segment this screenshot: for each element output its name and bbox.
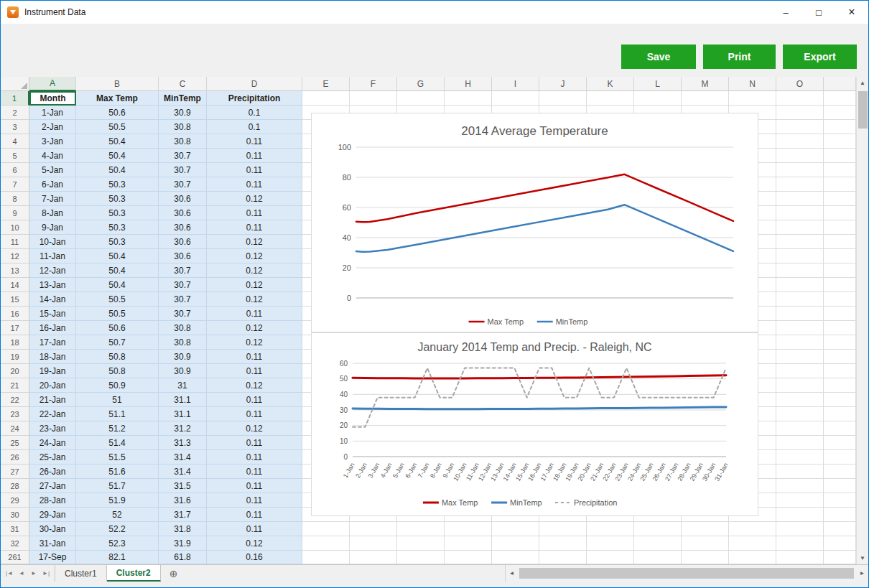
scroll-down-icon[interactable]: ▼: [857, 552, 868, 564]
cell[interactable]: 0.12: [207, 536, 302, 551]
cell[interactable]: 30.6: [159, 235, 207, 249]
row-header-261[interactable]: 261: [1, 551, 29, 564]
cell[interactable]: 0.11: [207, 220, 302, 235]
cell[interactable]: 50.6: [76, 106, 159, 120]
cell[interactable]: 50.4: [76, 149, 159, 163]
cell[interactable]: 19-Jan: [29, 364, 76, 378]
column-header-b[interactable]: B: [76, 77, 159, 91]
row-header-5[interactable]: 5: [1, 149, 29, 163]
cell[interactable]: 82.1: [76, 551, 159, 564]
cell[interactable]: [729, 91, 776, 106]
cell[interactable]: 9-Jan: [29, 220, 76, 235]
cell[interactable]: [776, 378, 824, 393]
cell[interactable]: [776, 149, 824, 163]
cell[interactable]: [397, 91, 445, 106]
cell[interactable]: 50.3: [76, 235, 159, 249]
cell[interactable]: 0.12: [207, 249, 302, 263]
cell[interactable]: 31.1: [159, 407, 207, 421]
cell[interactable]: [350, 522, 397, 536]
row-header-7[interactable]: 7: [1, 177, 29, 192]
cell[interactable]: 0.1: [207, 120, 302, 134]
cell[interactable]: 0.12: [207, 321, 302, 335]
cell[interactable]: 30.6: [159, 206, 207, 220]
cell[interactable]: 51.1: [76, 407, 159, 421]
cell[interactable]: 30.7: [159, 177, 207, 192]
cell[interactable]: [682, 551, 729, 564]
cell[interactable]: [776, 364, 824, 378]
cell[interactable]: 30.8: [159, 134, 207, 149]
horizontal-scrollbar[interactable]: ◄ ►: [505, 565, 868, 582]
row-header-10[interactable]: 10: [1, 220, 29, 235]
column-header-o[interactable]: O: [776, 77, 824, 91]
cell[interactable]: 50.4: [76, 263, 159, 278]
cell[interactable]: [587, 536, 634, 551]
scroll-up-icon[interactable]: ▲: [857, 77, 868, 89]
cell[interactable]: 0.11: [207, 206, 302, 220]
column-header-e[interactable]: E: [302, 77, 350, 91]
cell[interactable]: 22-Jan: [29, 407, 76, 421]
cell[interactable]: [587, 91, 634, 106]
cell[interactable]: 0.11: [207, 163, 302, 177]
cell[interactable]: [776, 292, 824, 307]
cell[interactable]: 0.1: [207, 106, 302, 120]
cell[interactable]: 50.3: [76, 220, 159, 235]
scroll-right-icon[interactable]: ►: [856, 570, 868, 577]
sheet-tab-cluster2[interactable]: Cluster2: [107, 565, 161, 582]
cell[interactable]: 50.4: [76, 163, 159, 177]
cell[interactable]: [776, 91, 824, 106]
row-header-23[interactable]: 23: [1, 407, 29, 421]
scroll-left-icon[interactable]: ◄: [506, 570, 518, 577]
cell[interactable]: [776, 522, 824, 536]
row-header-31[interactable]: 31: [1, 522, 29, 536]
cell[interactable]: 50.7: [76, 335, 159, 350]
cell[interactable]: 50.8: [76, 350, 159, 364]
cell[interactable]: 31.2: [159, 421, 207, 436]
export-button[interactable]: Export: [783, 45, 857, 69]
cell[interactable]: [776, 206, 824, 220]
cell[interactable]: 30.8: [159, 120, 207, 134]
cell[interactable]: 50.9: [76, 378, 159, 393]
row-header-21[interactable]: 21: [1, 378, 29, 393]
row-header-30[interactable]: 30: [1, 508, 29, 522]
row-header-9[interactable]: 9: [1, 206, 29, 220]
cell[interactable]: [776, 393, 824, 407]
cell[interactable]: [729, 522, 776, 536]
cell[interactable]: 27-Jan: [29, 479, 76, 493]
cell[interactable]: 24-Jan: [29, 436, 76, 450]
cell[interactable]: 31.3: [159, 436, 207, 450]
cell[interactable]: 0.11: [207, 522, 302, 536]
cell[interactable]: 30.9: [159, 350, 207, 364]
cell[interactable]: [776, 235, 824, 249]
row-header-4[interactable]: 4: [1, 134, 29, 149]
cell[interactable]: [302, 522, 350, 536]
cell[interactable]: 5-Jan: [29, 163, 76, 177]
cell[interactable]: 15-Jan: [29, 307, 76, 321]
cell[interactable]: [492, 91, 539, 106]
cell[interactable]: 6-Jan: [29, 177, 76, 192]
cell[interactable]: [776, 249, 824, 263]
cell[interactable]: [776, 321, 824, 335]
cell[interactable]: 31.1: [159, 393, 207, 407]
cell[interactable]: 0.11: [207, 450, 302, 465]
row-header-6[interactable]: 6: [1, 163, 29, 177]
cell[interactable]: MinTemp: [159, 91, 207, 106]
cell[interactable]: 31.8: [159, 522, 207, 536]
row-header-1[interactable]: 1: [1, 91, 29, 106]
cell[interactable]: 52.3: [76, 536, 159, 551]
cell[interactable]: 50.4: [76, 249, 159, 263]
cell[interactable]: 0.11: [207, 393, 302, 407]
column-header-m[interactable]: M: [682, 77, 729, 91]
chart-january-temp-precip[interactable]: 0102030405060January 2014 Temp and Preci…: [311, 332, 758, 516]
cell[interactable]: 50.8: [76, 364, 159, 378]
row-header-25[interactable]: 25: [1, 436, 29, 450]
row-header-11[interactable]: 11: [1, 235, 29, 249]
cell[interactable]: 28-Jan: [29, 493, 76, 508]
cell[interactable]: 61.8: [159, 551, 207, 564]
row-header-17[interactable]: 17: [1, 321, 29, 335]
cell[interactable]: [302, 536, 350, 551]
save-button[interactable]: Save: [621, 45, 696, 69]
cell[interactable]: [634, 91, 682, 106]
column-header-c[interactable]: C: [159, 77, 207, 91]
row-header-27[interactable]: 27: [1, 465, 29, 479]
cell[interactable]: 3-Jan: [29, 134, 76, 149]
